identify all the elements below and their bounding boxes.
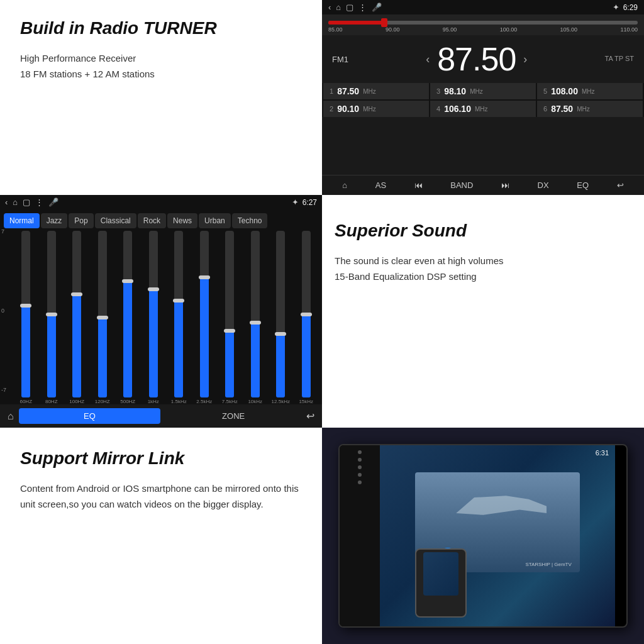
preset-2[interactable]: 2 90.10 MHz [323, 101, 429, 117]
eq-tab-news[interactable]: News [167, 213, 197, 228]
eq-bar-60hz[interactable]: 60HZ [14, 231, 38, 404]
radio-text-section: Build in Radio TURNER High Performance R… [0, 0, 322, 195]
eq-handle-500hz[interactable] [122, 279, 133, 283]
eq-bar-10khz[interactable]: 10kHz [243, 231, 268, 404]
as-button[interactable]: AS [375, 180, 386, 190]
eq-bar-120hz[interactable]: 120HZ [91, 231, 115, 404]
preset-unit-4: MHz [475, 106, 488, 113]
eq-tab-urban[interactable]: Urban [199, 213, 231, 228]
superior-title: Superior Sound [335, 220, 625, 242]
eq-label-80hz: 80HZ [45, 399, 58, 404]
eq-handle-60hz[interactable] [20, 304, 31, 308]
eq-handle-120hz[interactable] [97, 316, 108, 319]
next-freq-button[interactable]: › [523, 53, 527, 66]
home-ctrl-button[interactable]: ⌂ [342, 180, 347, 190]
eq-handle-10khz[interactable] [250, 321, 261, 325]
eq-mic-icon: 🎤 [48, 197, 58, 207]
eq-eq-button[interactable]: EQ [19, 408, 161, 424]
freq-label-2: 90.00 [386, 26, 400, 33]
eq-bars: 7 0 -7 60HZ 80HZ [0, 228, 322, 404]
superior-desc: The sound is clear even at high volumes … [335, 253, 625, 285]
eq-handle-7p5khz[interactable] [224, 329, 235, 333]
eq-button[interactable]: EQ [577, 180, 589, 190]
radio-desc-line2: 18 FM stations + 12 AM stations [20, 66, 307, 82]
fm-ta-tp: TA TP ST [605, 53, 634, 65]
eq-zone-button[interactable]: ZONE [165, 411, 301, 421]
phone-shape [415, 548, 467, 618]
eq-track-12p5khz [276, 231, 285, 397]
eq-handle-100hz[interactable] [71, 292, 82, 296]
radio-desc: High Performance Receiver 18 FM stations… [20, 50, 307, 82]
superior-text-section: Superior Sound The sound is clear even a… [322, 195, 644, 428]
prev-freq-button[interactable]: ‹ [426, 53, 430, 66]
eq-menu-icon: ⋮ [35, 197, 43, 207]
eq-y-mid: 0 [1, 308, 6, 314]
eq-handle-1p5khz[interactable] [173, 299, 184, 303]
eq-handle-2p5khz[interactable] [199, 275, 210, 279]
preset-num-1: 1 [330, 87, 333, 95]
eq-tab-classical[interactable]: Classical [95, 213, 136, 228]
eq-track-15khz [302, 231, 311, 397]
eq-handle-80hz[interactable] [46, 313, 57, 316]
preset-freq-3: 98.10 [444, 86, 466, 96]
preset-3[interactable]: 3 98.10 MHz [430, 83, 536, 99]
bluetooth-icon: ✦ [613, 3, 619, 12]
freq-slider[interactable]: 85.00 90.00 95.00 100.00 105.00 110.00 [322, 14, 644, 35]
mirror-text-section: Support Mirror Link Content from Android… [0, 428, 322, 644]
eq-y-labels: 7 0 -7 [0, 228, 8, 393]
superior-desc-line1: The sound is clear even at high volumes [335, 253, 625, 269]
eq-bar-100hz[interactable]: 100HZ [65, 231, 89, 404]
side-dot-3 [358, 465, 362, 469]
preset-unit-6: MHz [577, 106, 590, 113]
band-button[interactable]: BAND [450, 180, 473, 190]
eq-home-button[interactable]: ⌂ [8, 411, 14, 422]
eq-track-2p5khz [200, 231, 209, 397]
eq-bar-500hz[interactable]: 500HZ [116, 231, 140, 404]
side-icons [340, 445, 380, 626]
eq-label-7p5khz: 7.5kHz [222, 399, 238, 404]
eq-bar-1khz[interactable]: 1kHz [142, 231, 166, 404]
eq-track-1khz [149, 231, 158, 397]
eq-tab-jazz[interactable]: Jazz [41, 213, 68, 228]
preset-freq-1: 87.50 [337, 86, 359, 96]
eq-bar-80hz[interactable]: 80HZ [40, 231, 64, 404]
eq-label-12p5khz: 12.5kHz [272, 399, 290, 404]
eq-fill-500hz [123, 281, 132, 398]
page-root: Build in Radio TURNER High Performance R… [0, 0, 644, 644]
preset-5[interactable]: 5 108.00 MHz [537, 83, 643, 99]
prev-button[interactable]: ⏮ [414, 180, 423, 190]
plane-shape [456, 492, 547, 528]
eq-handle-1khz[interactable] [148, 287, 159, 291]
eq-handle-15khz[interactable] [301, 313, 312, 316]
preset-unit-3: MHz [470, 88, 483, 95]
phone-screen [423, 552, 458, 595]
eq-tab-normal[interactable]: Normal [4, 213, 40, 228]
eq-bar-1p5khz[interactable]: 1.5kHz [167, 231, 191, 404]
preset-4[interactable]: 4 106.10 MHz [430, 101, 536, 117]
car-unit: 6:31 STARSHIP | GemTV [338, 444, 628, 628]
preset-1[interactable]: 1 87.50 MHz [323, 83, 429, 99]
next-button[interactable]: ⏭ [501, 180, 509, 190]
freq-label-6: 110.00 [620, 26, 638, 33]
eq-fill-1khz [149, 289, 158, 397]
dx-button[interactable]: DX [538, 180, 549, 190]
eq-bar-2p5khz[interactable]: 2.5kHz [192, 231, 217, 404]
eq-tab-rock[interactable]: Rock [138, 213, 166, 228]
eq-tab-techno[interactable]: Techno [232, 213, 268, 228]
preset-num-3: 3 [436, 87, 440, 95]
preset-num-5: 5 [543, 87, 547, 95]
eq-back-button[interactable]: ↩ [306, 410, 314, 422]
eq-home-icon: ⌂ [13, 197, 18, 207]
eq-bar-15khz[interactable]: 15kHz [294, 231, 319, 404]
eq-track-60hz [21, 231, 30, 397]
back-button[interactable]: ↩ [617, 180, 624, 190]
eq-bar-12p5khz[interactable]: 12.5kHz [269, 231, 293, 404]
eq-bar-7p5khz[interactable]: 7.5kHz [218, 231, 242, 404]
preset-6[interactable]: 6 87.50 MHz [537, 101, 643, 117]
eq-label-500hz: 500HZ [120, 399, 135, 404]
status-bar-left: ‹ ⌂ ▢ ⋮ 🎤 [328, 3, 382, 12]
eq-tab-pop[interactable]: Pop [69, 213, 93, 228]
preset-freq-6: 87.50 [551, 104, 573, 114]
eq-track-500hz [123, 231, 132, 397]
eq-handle-12p5khz[interactable] [275, 332, 286, 336]
